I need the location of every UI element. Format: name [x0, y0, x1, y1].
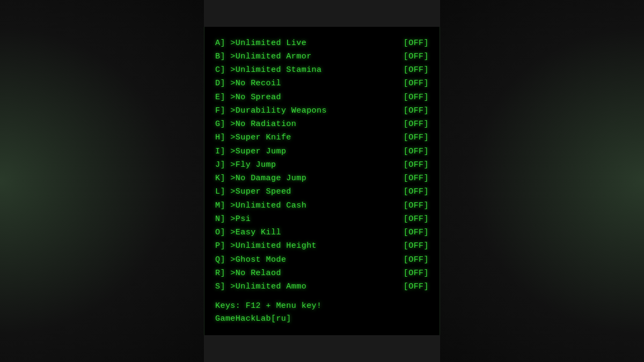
menu-item-key: I] >	[215, 145, 236, 158]
background-left	[0, 0, 204, 362]
menu-item-status: [OFF]	[402, 105, 429, 117]
menu-item-status: [OFF]	[402, 145, 429, 158]
menu-item[interactable]: M] > Unlimited Cash[OFF]	[215, 199, 429, 212]
menu-item-key: F] >	[215, 105, 236, 117]
menu-item-key: C] >	[215, 64, 236, 76]
menu-item-label: Psi	[236, 213, 402, 225]
footer-line1: Keys: F12 + Menu key!	[215, 300, 429, 313]
menu-item[interactable]: Q] > Ghost Mode[OFF]	[215, 253, 429, 267]
menu-item-status: [OFF]	[402, 64, 429, 76]
menu-item-label: No Spread	[236, 91, 402, 104]
menu-item[interactable]: F] > Durability Weapons[OFF]	[215, 104, 429, 117]
menu-item[interactable]: K] > No Damage Jump[OFF]	[215, 172, 429, 185]
menu-item-label: Unlimited Ammo	[236, 280, 402, 293]
menu-item[interactable]: C] > Unlimited Stamina[OFF]	[215, 63, 429, 77]
menu-item-key: J] >	[215, 159, 236, 171]
menu-items-list: A] > Unlimited Live[OFF]B] > Unlimited A…	[215, 36, 429, 294]
menu-item-status: [OFF]	[402, 186, 429, 198]
menu-item-status: [OFF]	[402, 91, 429, 104]
menu-item-label: Unlimited Cash	[236, 200, 402, 212]
menu-item[interactable]: L] > Super Speed[OFF]	[215, 185, 429, 198]
menu-item-key: P] >	[215, 240, 236, 252]
menu-item[interactable]: O] > Easy Kill[OFF]	[215, 226, 429, 239]
menu-item-status: [OFF]	[402, 213, 429, 225]
menu-item-key: B] >	[215, 50, 236, 63]
menu-item[interactable]: B] > Unlimited Armor[OFF]	[215, 50, 429, 63]
menu-item-key: L] >	[215, 186, 236, 198]
menu-item-key: M] >	[215, 200, 236, 212]
background-right	[440, 0, 644, 362]
menu-item-key: E] >	[215, 91, 236, 104]
menu-item-key: A] >	[215, 37, 236, 49]
footer-line2: GameHackLab[ru]	[215, 313, 429, 326]
menu-item-label: No Radiation	[236, 118, 402, 130]
menu-item-key: K] >	[215, 172, 236, 184]
menu-item-status: [OFF]	[402, 226, 429, 239]
menu-item[interactable]: G] > No Radiation[OFF]	[215, 117, 429, 131]
menu-item[interactable]: E] > No Spread[OFF]	[215, 91, 429, 104]
menu-item[interactable]: J] > Fly Jump[OFF]	[215, 158, 429, 172]
menu-item-key: H] >	[215, 131, 236, 144]
footer: Keys: F12 + Menu key! GameHackLab[ru]	[215, 300, 429, 326]
menu-item-key: D] >	[215, 77, 236, 90]
menu-item-label: No Relaod	[236, 267, 402, 279]
menu-item-label: Unlimited Height	[236, 240, 402, 252]
menu-item-status: [OFF]	[402, 267, 429, 279]
menu-item-label: Super Speed	[236, 186, 402, 198]
menu-item[interactable]: N] > Psi[OFF]	[215, 212, 429, 226]
menu-item-key: O] >	[215, 226, 236, 239]
menu-item-key: R] >	[215, 267, 236, 279]
menu-item-status: [OFF]	[402, 254, 429, 266]
menu-item-label: Durability Weapons	[236, 105, 402, 117]
menu-item-label: Easy Kill	[236, 226, 402, 239]
menu-item[interactable]: I] > Super Jump[OFF]	[215, 145, 429, 158]
menu-item[interactable]: P] > Unlimited Height[OFF]	[215, 239, 429, 253]
menu-item-status: [OFF]	[402, 50, 429, 63]
menu-item-label: Unlimited Armor	[236, 50, 402, 63]
menu-item-status: [OFF]	[402, 131, 429, 144]
menu-item-label: No Recoil	[236, 77, 402, 90]
menu-item-key: G] >	[215, 118, 236, 130]
menu-item-label: Unlimited Stamina	[236, 64, 402, 76]
menu-item-status: [OFF]	[402, 159, 429, 171]
menu-item-label: Fly Jump	[236, 159, 402, 171]
menu-item-status: [OFF]	[402, 240, 429, 252]
menu-item[interactable]: D] > No Recoil[OFF]	[215, 77, 429, 90]
menu-item-key: N] >	[215, 213, 236, 225]
cheat-menu-panel: A] > Unlimited Live[OFF]B] > Unlimited A…	[204, 27, 440, 336]
menu-item-status: [OFF]	[402, 280, 429, 293]
menu-item-label: Super Knife	[236, 131, 402, 144]
menu-item-status: [OFF]	[402, 77, 429, 90]
menu-item-key: Q] >	[215, 254, 236, 266]
menu-item-status: [OFF]	[402, 172, 429, 184]
menu-item-status: [OFF]	[402, 118, 429, 130]
menu-item[interactable]: A] > Unlimited Live[OFF]	[215, 36, 429, 50]
menu-item-label: Ghost Mode	[236, 254, 402, 266]
menu-item-key: S] >	[215, 280, 236, 293]
menu-item-label: Unlimited Live	[236, 37, 402, 49]
menu-item[interactable]: S] > Unlimited Ammo[OFF]	[215, 280, 429, 293]
menu-item[interactable]: R] > No Relaod[OFF]	[215, 267, 429, 280]
menu-item[interactable]: H] > Super Knife[OFF]	[215, 131, 429, 144]
menu-item-status: [OFF]	[402, 37, 429, 49]
menu-item-status: [OFF]	[402, 200, 429, 212]
menu-item-label: Super Jump	[236, 145, 402, 158]
menu-item-label: No Damage Jump	[236, 172, 402, 184]
